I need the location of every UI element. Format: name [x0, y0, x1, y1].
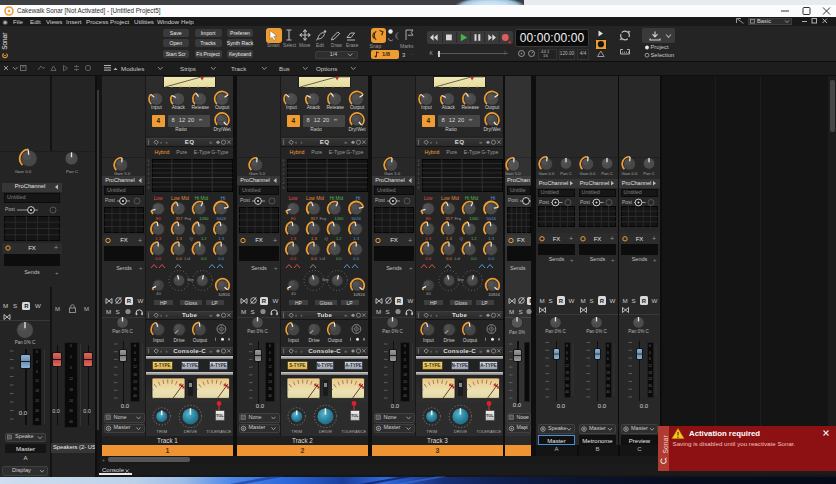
svg-text:6: 6 — [607, 344, 609, 348]
svg-text:6: 6 — [70, 366, 72, 370]
svg-text:18: 18 — [69, 388, 73, 392]
svg-text:12: 12 — [606, 364, 610, 368]
svg-text:40: 40 — [403, 394, 407, 398]
svg-text:6: 6 — [134, 344, 136, 348]
svg-text:24: 24 — [35, 399, 39, 403]
svg-text:0: 0 — [566, 351, 568, 355]
svg-text:18: 18 — [565, 371, 569, 375]
svg-text:40: 40 — [565, 390, 569, 394]
svg-text:30: 30 — [648, 384, 652, 388]
svg-text:40: 40 — [35, 418, 39, 422]
svg-text:24: 24 — [606, 377, 610, 381]
svg-text:12: 12 — [69, 377, 73, 381]
svg-text:18: 18 — [133, 373, 137, 377]
svg-text:18: 18 — [648, 371, 652, 375]
svg-text:12: 12 — [268, 365, 272, 369]
svg-text:40: 40 — [648, 390, 652, 394]
svg-text:30: 30 — [268, 387, 272, 391]
svg-text:40: 40 — [69, 420, 73, 424]
svg-text:24: 24 — [403, 380, 407, 384]
svg-text:30: 30 — [133, 387, 137, 391]
svg-text:6: 6 — [36, 350, 38, 354]
svg-text:30: 30 — [69, 409, 73, 413]
svg-text:40: 40 — [268, 394, 272, 398]
svg-text:30: 30 — [403, 387, 407, 391]
svg-text:0: 0 — [134, 351, 136, 355]
svg-text:0: 0 — [404, 351, 406, 355]
svg-text:0: 0 — [36, 360, 38, 364]
svg-text:6: 6 — [649, 344, 651, 348]
svg-text:12: 12 — [565, 364, 569, 368]
svg-text:24: 24 — [268, 380, 272, 384]
svg-text:6: 6 — [607, 357, 609, 361]
svg-text:30: 30 — [606, 384, 610, 388]
svg-text:18: 18 — [268, 373, 272, 377]
svg-text:30: 30 — [35, 409, 39, 413]
svg-text:24: 24 — [648, 377, 652, 381]
svg-text:0: 0 — [70, 355, 72, 359]
svg-text:24: 24 — [69, 399, 73, 403]
svg-text:24: 24 — [133, 380, 137, 384]
svg-text:6: 6 — [70, 344, 72, 348]
svg-text:6: 6 — [566, 357, 568, 361]
svg-text:24: 24 — [565, 377, 569, 381]
svg-text:0: 0 — [649, 351, 651, 355]
svg-text:30: 30 — [565, 384, 569, 388]
svg-text:18: 18 — [403, 373, 407, 377]
svg-text:12: 12 — [403, 365, 407, 369]
svg-text:6: 6 — [649, 357, 651, 361]
svg-text:6: 6 — [404, 358, 406, 362]
svg-text:0: 0 — [269, 351, 271, 355]
svg-text:6: 6 — [269, 344, 271, 348]
svg-text:6: 6 — [134, 358, 136, 362]
svg-text:6: 6 — [566, 344, 568, 348]
svg-text:12: 12 — [35, 379, 39, 383]
svg-text:18: 18 — [35, 389, 39, 393]
svg-text:18: 18 — [606, 371, 610, 375]
svg-text:40: 40 — [133, 394, 137, 398]
svg-text:6: 6 — [404, 344, 406, 348]
svg-text:12: 12 — [648, 364, 652, 368]
svg-text:6: 6 — [36, 370, 38, 374]
svg-text:0: 0 — [607, 351, 609, 355]
svg-text:6: 6 — [269, 358, 271, 362]
svg-text:12: 12 — [133, 365, 137, 369]
svg-text:40: 40 — [606, 390, 610, 394]
